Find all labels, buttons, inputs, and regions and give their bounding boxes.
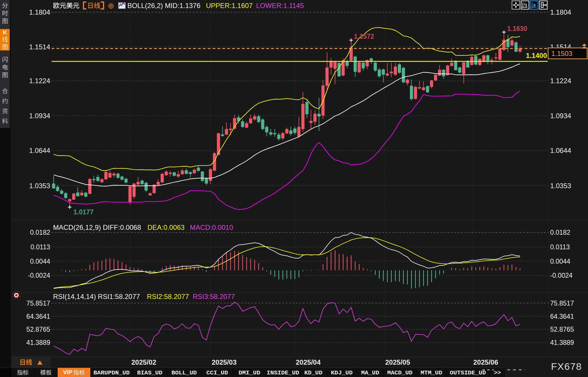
svg-text:INSIDE_UD: INSIDE_UD — [267, 370, 299, 376]
svg-text:KDJ_UD: KDJ_UD — [331, 370, 353, 376]
svg-text:0.0182: 0.0182 — [30, 229, 50, 236]
svg-text:BIAS_UD: BIAS_UD — [137, 370, 162, 376]
svg-text:KD_UD: KD_UD — [304, 370, 322, 376]
svg-text:52.8765: 52.8765 — [26, 326, 50, 333]
svg-text:1.0644: 1.0644 — [550, 147, 571, 154]
svg-text:BOLL(26,2) MID:1.1376: BOLL(26,2) MID:1.1376 — [127, 2, 200, 9]
svg-text:1.0353: 1.0353 — [29, 182, 50, 190]
svg-text:MACD:0.0010: MACD:0.0010 — [190, 224, 233, 231]
svg-text:1.0177: 1.0177 — [73, 208, 94, 216]
svg-text:VIP: VIP — [63, 369, 72, 375]
svg-text:LOWER:1.1145: LOWER:1.1145 — [256, 2, 304, 9]
svg-text:0.0044: 0.0044 — [30, 258, 50, 265]
svg-text:2025/06: 2025/06 — [473, 358, 498, 366]
svg-text:-0.0024: -0.0024 — [550, 272, 573, 279]
svg-text:>>: >> — [494, 370, 501, 376]
svg-text:-0.0024: -0.0024 — [28, 272, 50, 279]
svg-text:1.0353: 1.0353 — [550, 182, 571, 190]
svg-text:2025/05: 2025/05 — [385, 358, 410, 366]
svg-text:52.8765: 52.8765 — [550, 326, 574, 333]
svg-text:DEA:0.0063: DEA:0.0063 — [147, 224, 184, 231]
svg-text:1.1400: 1.1400 — [526, 52, 547, 59]
svg-text:2025/02: 2025/02 — [131, 358, 156, 366]
svg-text:MA_UD: MA_UD — [361, 370, 379, 376]
svg-text:OUTSIDE_UD: OUTSIDE_UD — [450, 370, 486, 376]
svg-text:0.0044: 0.0044 — [550, 258, 571, 265]
svg-text:1.1804: 1.1804 — [550, 8, 571, 16]
svg-text:75.8517: 75.8517 — [550, 300, 574, 307]
svg-text:BOLL_UD: BOLL_UD — [172, 370, 197, 376]
svg-text:64.3641: 64.3641 — [550, 313, 574, 320]
svg-text:0.0182: 0.0182 — [550, 229, 570, 236]
svg-text:1.1572: 1.1572 — [354, 33, 374, 40]
svg-text:RSI(14,14,14) RSI1:58.2077: RSI(14,14,14) RSI1:58.2077 — [53, 293, 140, 300]
svg-text:1.0934: 1.0934 — [29, 112, 50, 120]
svg-text:MTM_UD: MTM_UD — [420, 370, 442, 376]
svg-text:CCI_UD: CCI_UD — [206, 370, 228, 376]
svg-text:2025/04: 2025/04 — [296, 358, 321, 366]
svg-text:MACD(26,12,9) DIFF:0.0068: MACD(26,12,9) DIFF:0.0068 — [53, 224, 141, 231]
svg-text:FX678: FX678 — [551, 361, 582, 372]
svg-text:64.3641: 64.3641 — [26, 313, 50, 320]
svg-text:BARUPDN_UD: BARUPDN_UD — [94, 370, 130, 376]
svg-text:1.0934: 1.0934 — [550, 112, 571, 120]
svg-text:75.8517: 75.8517 — [26, 300, 50, 307]
svg-text:RSI2:58.2077: RSI2:58.2077 — [147, 293, 189, 300]
svg-text:DMI_UD: DMI_UD — [239, 370, 260, 376]
svg-text:2025/03: 2025/03 — [212, 358, 237, 366]
svg-text:RSI3:58.2077: RSI3:58.2077 — [193, 293, 235, 300]
svg-text:41.3889: 41.3889 — [550, 339, 574, 346]
svg-text:UPPER:1.1607: UPPER:1.1607 — [206, 2, 253, 9]
svg-text:1.1514: 1.1514 — [29, 43, 50, 51]
svg-text:1.1630: 1.1630 — [507, 25, 527, 32]
svg-text:41.3889: 41.3889 — [26, 339, 50, 346]
svg-text:0.0113: 0.0113 — [30, 243, 50, 251]
svg-text:1.1503: 1.1503 — [551, 50, 572, 57]
svg-text:K: K — [3, 29, 7, 36]
svg-text:0.0113: 0.0113 — [550, 243, 570, 251]
svg-text:1.1224: 1.1224 — [29, 77, 50, 85]
svg-text:1.1804: 1.1804 — [29, 8, 50, 16]
svg-text:1.0644: 1.0644 — [29, 147, 50, 154]
svg-text:1.1224: 1.1224 — [550, 77, 571, 85]
svg-text:MACD_UD: MACD_UD — [387, 370, 412, 376]
